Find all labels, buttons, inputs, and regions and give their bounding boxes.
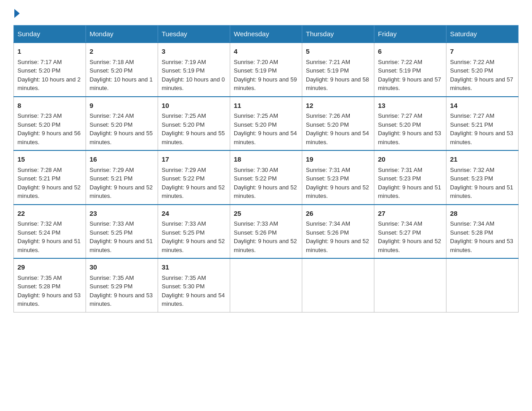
- calendar-cell: 1Sunrise: 7:17 AMSunset: 5:20 PMDaylight…: [14, 43, 86, 97]
- calendar-cell: 24Sunrise: 7:33 AMSunset: 5:25 PMDayligh…: [158, 205, 230, 259]
- calendar-cell: [374, 258, 446, 312]
- calendar-cell: 3Sunrise: 7:19 AMSunset: 5:19 PMDaylight…: [158, 43, 230, 97]
- calendar-week-row: 22Sunrise: 7:32 AMSunset: 5:24 PMDayligh…: [14, 205, 519, 259]
- day-number: 23: [90, 209, 154, 219]
- weekday-header-tuesday: Tuesday: [158, 26, 230, 43]
- page-header: [13, 9, 519, 18]
- day-number: 4: [234, 47, 298, 57]
- day-number: 13: [378, 101, 442, 111]
- day-number: 19: [306, 154, 370, 165]
- calendar-week-row: 8Sunrise: 7:23 AMSunset: 5:20 PMDaylight…: [14, 97, 519, 151]
- calendar-cell: 29Sunrise: 7:35 AMSunset: 5:28 PMDayligh…: [14, 258, 86, 312]
- calendar-cell: 10Sunrise: 7:25 AMSunset: 5:20 PMDayligh…: [158, 97, 230, 151]
- calendar-cell: 2Sunrise: 7:18 AMSunset: 5:20 PMDaylight…: [86, 43, 158, 97]
- day-number: 31: [162, 262, 226, 273]
- calendar-cell: 12Sunrise: 7:26 AMSunset: 5:20 PMDayligh…: [302, 97, 374, 151]
- day-number: 6: [378, 47, 442, 57]
- calendar-cell: 23Sunrise: 7:33 AMSunset: 5:25 PMDayligh…: [86, 205, 158, 259]
- calendar-cell: 18Sunrise: 7:30 AMSunset: 5:22 PMDayligh…: [230, 150, 302, 205]
- calendar-cell: 16Sunrise: 7:29 AMSunset: 5:21 PMDayligh…: [86, 150, 158, 205]
- day-number: 17: [162, 154, 226, 165]
- day-number: 26: [306, 209, 370, 219]
- calendar-cell: 14Sunrise: 7:27 AMSunset: 5:21 PMDayligh…: [446, 97, 519, 151]
- weekday-header-sunday: Sunday: [14, 26, 86, 43]
- calendar-header-row: SundayMondayTuesdayWednesdayThursdayFrid…: [14, 26, 519, 43]
- calendar-cell: 19Sunrise: 7:31 AMSunset: 5:23 PMDayligh…: [302, 150, 374, 205]
- day-number: 8: [17, 101, 82, 111]
- calendar-week-row: 29Sunrise: 7:35 AMSunset: 5:28 PMDayligh…: [14, 258, 519, 312]
- day-number: 29: [17, 262, 82, 273]
- weekday-header-monday: Monday: [86, 26, 158, 43]
- weekday-header-friday: Friday: [374, 26, 446, 43]
- weekday-header-thursday: Thursday: [302, 26, 374, 43]
- day-number: 9: [90, 101, 154, 111]
- day-number: 15: [17, 154, 82, 165]
- calendar-cell: 27Sunrise: 7:34 AMSunset: 5:27 PMDayligh…: [374, 205, 446, 259]
- calendar-cell: [446, 258, 519, 312]
- calendar-cell: 8Sunrise: 7:23 AMSunset: 5:20 PMDaylight…: [14, 97, 86, 151]
- day-number: 1: [17, 47, 82, 57]
- weekday-header-saturday: Saturday: [446, 26, 519, 43]
- logo: [13, 9, 21, 18]
- calendar-cell: 22Sunrise: 7:32 AMSunset: 5:24 PMDayligh…: [14, 205, 86, 259]
- day-number: 3: [162, 47, 226, 57]
- calendar-cell: 26Sunrise: 7:34 AMSunset: 5:26 PMDayligh…: [302, 205, 374, 259]
- calendar-cell: [302, 258, 374, 312]
- day-number: 14: [450, 101, 515, 111]
- calendar-cell: 20Sunrise: 7:31 AMSunset: 5:23 PMDayligh…: [374, 150, 446, 205]
- calendar-cell: 31Sunrise: 7:35 AMSunset: 5:30 PMDayligh…: [158, 258, 230, 312]
- day-number: 20: [378, 154, 442, 165]
- calendar-cell: 28Sunrise: 7:34 AMSunset: 5:28 PMDayligh…: [446, 205, 519, 259]
- calendar-cell: 30Sunrise: 7:35 AMSunset: 5:29 PMDayligh…: [86, 258, 158, 312]
- calendar-cell: 9Sunrise: 7:24 AMSunset: 5:20 PMDaylight…: [86, 97, 158, 151]
- day-number: 5: [306, 47, 370, 57]
- day-number: 2: [90, 47, 154, 57]
- day-number: 12: [306, 101, 370, 111]
- calendar-cell: 15Sunrise: 7:28 AMSunset: 5:21 PMDayligh…: [14, 150, 86, 205]
- day-number: 7: [450, 47, 515, 57]
- calendar-cell: 21Sunrise: 7:32 AMSunset: 5:23 PMDayligh…: [446, 150, 519, 205]
- calendar-cell: 7Sunrise: 7:22 AMSunset: 5:20 PMDaylight…: [446, 43, 519, 97]
- day-number: 16: [90, 154, 154, 165]
- day-number: 30: [90, 262, 154, 273]
- calendar-cell: 25Sunrise: 7:33 AMSunset: 5:26 PMDayligh…: [230, 205, 302, 259]
- calendar-cell: 6Sunrise: 7:22 AMSunset: 5:19 PMDaylight…: [374, 43, 446, 97]
- day-number: 18: [234, 154, 298, 165]
- day-number: 22: [17, 209, 82, 219]
- day-number: 24: [162, 209, 226, 219]
- day-number: 27: [378, 209, 442, 219]
- day-number: 21: [450, 154, 515, 165]
- calendar-table: SundayMondayTuesdayWednesdayThursdayFrid…: [13, 25, 519, 313]
- calendar-cell: 4Sunrise: 7:20 AMSunset: 5:19 PMDaylight…: [230, 43, 302, 97]
- logo-arrow-icon: [14, 9, 20, 18]
- day-number: 25: [234, 209, 298, 219]
- calendar-week-row: 15Sunrise: 7:28 AMSunset: 5:21 PMDayligh…: [14, 150, 519, 205]
- weekday-header-wednesday: Wednesday: [230, 26, 302, 43]
- day-number: 10: [162, 101, 226, 111]
- calendar-cell: 17Sunrise: 7:29 AMSunset: 5:22 PMDayligh…: [158, 150, 230, 205]
- calendar-cell: 13Sunrise: 7:27 AMSunset: 5:20 PMDayligh…: [374, 97, 446, 151]
- day-number: 11: [234, 101, 298, 111]
- calendar-cell: [230, 258, 302, 312]
- calendar-week-row: 1Sunrise: 7:17 AMSunset: 5:20 PMDaylight…: [14, 43, 519, 97]
- calendar-cell: 11Sunrise: 7:25 AMSunset: 5:20 PMDayligh…: [230, 97, 302, 151]
- day-number: 28: [450, 209, 515, 219]
- calendar-cell: 5Sunrise: 7:21 AMSunset: 5:19 PMDaylight…: [302, 43, 374, 97]
